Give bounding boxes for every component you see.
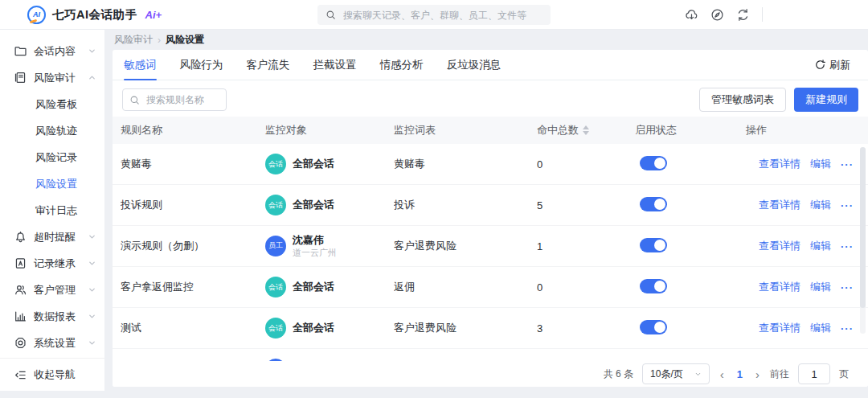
toolbar-buttons: 管理敏感词表 新建规则 (699, 88, 858, 112)
monitor-target-cell: 会话全部会话 (265, 154, 394, 174)
more-actions-button[interactable]: ··· (841, 199, 854, 211)
tab-intercept-settings[interactable]: 拦截设置 (313, 50, 357, 80)
rule-name-cell: 投诉规则 (121, 198, 265, 212)
sync-icon[interactable] (736, 8, 750, 22)
collapse-nav-button[interactable]: 收起导航 (0, 358, 104, 391)
sidebar-item-label: 数据报表 (34, 310, 76, 324)
edit-link[interactable]: 编辑 (810, 321, 831, 335)
global-search[interactable] (317, 5, 551, 25)
column-header-monitor-wordlist: 监控词表 (394, 123, 537, 137)
sidebar-subitem-audit-logs[interactable]: 审计日志 (0, 197, 104, 224)
hit-count-cell: 3 (537, 322, 635, 334)
prev-page-button[interactable]: ‹ (719, 368, 726, 380)
edit-link[interactable]: 编辑 (810, 280, 831, 294)
rule-search[interactable] (122, 88, 227, 111)
sidebar-item-conversation-content[interactable]: 会话内容 (0, 38, 104, 64)
tab-sentiment-analysis[interactable]: 情感分析 (380, 50, 424, 80)
view-details-link[interactable]: 查看详情 (759, 198, 800, 212)
cloud-download-icon[interactable] (685, 8, 698, 22)
tab-customer-churn[interactable]: 客户流失 (247, 50, 290, 80)
more-actions-button[interactable]: ··· (841, 322, 854, 334)
edit-link[interactable]: 编辑 (810, 198, 831, 212)
monitor-name-block: 全部会话 (293, 322, 334, 334)
view-details-link[interactable]: 查看详情 (759, 280, 800, 294)
monitor-subtitle: 道一云广州 (293, 247, 337, 258)
sidebar-subitem-risk-settings[interactable]: 风险设置 (0, 170, 104, 197)
hit-count-cell: 1 (537, 240, 635, 252)
topbar-actions (685, 0, 763, 29)
column-header-enable-status: 启用状态 (635, 123, 746, 137)
chevron-down-icon (88, 285, 96, 294)
monitor-name: 全部会话 (293, 158, 334, 170)
customers-icon (14, 284, 27, 296)
manage-wordlists-button[interactable]: 管理敏感词表 (699, 88, 786, 112)
sidebar-item-record-inherit[interactable]: 记录继承 (0, 250, 104, 277)
sidebar-item-customer-management[interactable]: 客户管理 (0, 277, 104, 303)
chevron-down-icon (88, 339, 96, 347)
sidebar-item-data-reports[interactable]: 数据报表 (0, 303, 104, 330)
column-header-label: 监控词表 (394, 123, 436, 137)
sidebar-item-label: 客户管理 (34, 283, 76, 297)
table-scrollbar[interactable] (860, 147, 866, 334)
sidebar: 会话内容风险审计风险看板风险轨迹风险记录风险设置审计日志超时提醒记录继承客户管理… (0, 30, 104, 391)
global-search-input[interactable] (342, 9, 542, 22)
topbar-divider (762, 7, 763, 22)
view-details-link[interactable]: 查看详情 (759, 321, 800, 335)
enable-toggle[interactable] (640, 238, 667, 252)
tab-sensitive-words[interactable]: 敏感词 (124, 50, 157, 80)
goto-page-input[interactable] (798, 363, 830, 384)
enable-toggle[interactable] (640, 156, 667, 170)
enable-toggle[interactable] (640, 320, 667, 334)
next-page-button[interactable]: › (754, 368, 761, 380)
breadcrumb-parent[interactable]: 风险审计 (114, 33, 153, 47)
sidebar-subitem-risk-track[interactable]: 风险轨迹 (0, 117, 104, 144)
bell-icon (14, 231, 27, 243)
compass-icon[interactable] (710, 8, 724, 22)
column-header-label: 启用状态 (635, 123, 677, 137)
enable-status-cell (635, 156, 746, 173)
monitor-name: 全部会话 (293, 281, 334, 293)
sort-icon[interactable] (583, 125, 589, 135)
more-actions-button[interactable]: ··· (841, 281, 854, 293)
view-details-link[interactable]: 查看详情 (759, 157, 800, 171)
column-header-label: 操作 (746, 123, 767, 137)
sidebar-subitem-risk-board[interactable]: 风险看板 (0, 91, 104, 117)
monitor-name: 全部会话 (293, 199, 334, 211)
wordlist-cell: 返佣 (394, 280, 537, 294)
sidebar-item-risk-audit[interactable]: 风险审计 (0, 64, 104, 91)
rule-search-input[interactable] (145, 93, 219, 106)
sidebar-item-system-settings[interactable]: 系统设置 (0, 330, 104, 356)
refresh-button[interactable]: 刷新 (815, 58, 850, 72)
page-size-select[interactable]: 10条/页 (642, 363, 710, 384)
table-row: 演示规则（勿删）员工沈嘉伟道一云广州客户退费风险1查看详情编辑··· (113, 226, 868, 267)
edit-link[interactable]: 编辑 (810, 239, 831, 253)
more-actions-button[interactable]: ··· (841, 158, 854, 170)
content-card: 敏感词风险行为客户流失拦截设置情感分析反垃圾消息 刷新 管理敏感词表 新建规则 (113, 50, 868, 387)
sidebar-item-timeout-reminder[interactable]: 超时提醒 (0, 224, 104, 250)
page-number-button[interactable]: 1 (735, 368, 745, 380)
enable-toggle[interactable] (640, 197, 667, 211)
top-bar: AI 七巧AI会话助手 Ai+ (0, 0, 868, 30)
tab-anti-spam[interactable]: 反垃圾消息 (447, 50, 502, 80)
chart-icon (14, 310, 27, 322)
more-actions-button[interactable]: ··· (841, 240, 854, 252)
scrollbar-thumb[interactable] (860, 147, 866, 308)
sidebar-subitem-risk-records[interactable]: 风险记录 (0, 144, 104, 170)
new-rule-button[interactable]: 新建规则 (794, 88, 858, 112)
monitor-name: 沈嘉伟 (293, 234, 337, 247)
edit-link[interactable]: 编辑 (810, 157, 831, 171)
table-body: 黄赌毒会话全部会话黄赌毒0查看详情编辑···投诉规则会话全部会话投诉5查看详情编… (113, 144, 868, 361)
enable-toggle[interactable] (640, 279, 667, 293)
record-icon (14, 257, 27, 269)
ai-plus-badge: Ai+ (145, 9, 162, 21)
column-header-hit-count[interactable]: 命中总数 (537, 123, 635, 137)
hit-count-cell: 5 (537, 199, 635, 211)
table-toolbar: 管理敏感词表 新建规则 (113, 83, 868, 117)
chevron-down-icon (88, 47, 96, 55)
view-details-link[interactable]: 查看详情 (759, 239, 800, 253)
tab-risk-behavior[interactable]: 风险行为 (180, 50, 223, 80)
collapse-nav-label: 收起导航 (34, 367, 76, 382)
sidebar-item-label: 会话内容 (34, 44, 76, 59)
rule-name-cell: 演示规则（勿删） (121, 239, 265, 253)
monitor-name-block: 沈嘉伟道一云广州 (293, 234, 337, 259)
